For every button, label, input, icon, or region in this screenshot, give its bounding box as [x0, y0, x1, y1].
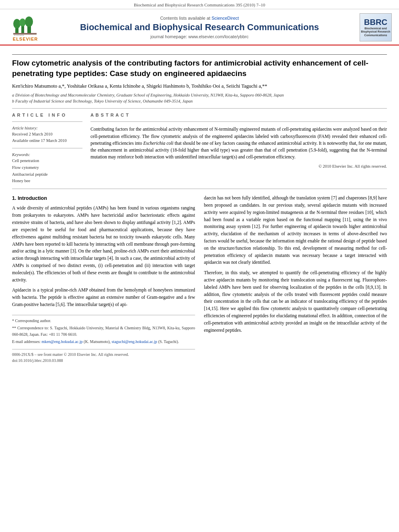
- footer-bottom: 0006-291X/$ – see front matter © 2010 El…: [12, 349, 195, 364]
- banner-center: Contents lists available at ScienceDirec…: [43, 16, 356, 39]
- article-info: A R T I C L E I N F O Article history: R…: [12, 113, 82, 185]
- svg-point-1: [13, 19, 21, 29]
- right-col: daecin has not been fully identified, al…: [204, 195, 387, 364]
- elsevier-tree-icon: ELSEVIER: [13, 14, 37, 36]
- top-rule: [12, 54, 387, 55]
- footnote-star: * Corresponding author.: [12, 318, 195, 324]
- footer-notes: * Corresponding author. ** Correspondenc…: [12, 315, 195, 345]
- left-col: 1. Introduction A wide diversity of anti…: [12, 195, 195, 364]
- email-addresses: E-mail addresses: mken@eng.hokudai.ac.jp…: [12, 339, 195, 345]
- keyword-3: Antibacterial peptide: [12, 171, 82, 178]
- svg-text:ELSEVIER: ELSEVIER: [14, 35, 24, 36]
- journal-title: Biochemical and Biophysical Research Com…: [43, 22, 356, 33]
- footnote-doublestar: ** Correspondence to: S. Taguchi, Hokkai…: [12, 325, 195, 338]
- svg-point-5: [25, 16, 33, 27]
- keyword-4: Honey bee: [12, 178, 82, 185]
- abstract-rule: [90, 121, 387, 122]
- journal-banner: ELSEVIER ELSEVIER Contents lists availab…: [0, 9, 399, 45]
- banner-right: BBRC Biochemical andBiophysical Research…: [356, 13, 392, 41]
- svg-point-3: [19, 18, 26, 27]
- bbrc-subtitle: Biochemical andBiophysical ResearchCommu…: [361, 27, 391, 37]
- article-title: Flow cytometric analysis of the contribu…: [12, 58, 387, 78]
- email-1-name: (K. Matsumoto),: [84, 339, 111, 344]
- intro-para-1: A wide diversity of antimicrobial peptid…: [12, 205, 195, 283]
- received-date: Received 2 March 2010: [12, 131, 82, 138]
- keyword-2: Flow cytometry: [12, 164, 82, 171]
- email-2-name: (S. Taguchi).: [158, 339, 179, 344]
- journal-homepage: journal homepage: www.elsevier.com/locat…: [43, 34, 356, 39]
- sciencedirect-line: Contents lists available at ScienceDirec…: [43, 16, 356, 21]
- keyword-1: Cell penetration: [12, 158, 82, 164]
- info-abstract: A R T I C L E I N F O Article history: R…: [12, 113, 387, 185]
- elsevier-text: ELSEVIER: [13, 37, 38, 41]
- elsevier-logo-area: ELSEVIER ELSEVIER: [7, 14, 43, 41]
- history-label: Article history:: [12, 126, 82, 130]
- authors: Ken'ichiro Matsumoto a,*, Yoshitake Orik…: [12, 82, 387, 90]
- two-col-body: 1. Introduction A wide diversity of anti…: [12, 195, 387, 364]
- info-rule: [12, 121, 82, 122]
- article-body: Flow cytometric analysis of the contribu…: [0, 45, 399, 372]
- affiliation-a: a Division of Biotechnology and Macromol…: [12, 92, 387, 99]
- article-info-heading: A R T I C L E I N F O: [12, 113, 82, 117]
- email-1[interactable]: mken@eng.hokudai.ac.jp: [41, 339, 82, 344]
- bbrc-letters: BBRC: [364, 18, 387, 27]
- info-rule-2: [12, 148, 82, 148]
- intro-para-2: Apidaecin is a typical proline-rich AMP …: [12, 287, 195, 308]
- abstract-text: Contributing factors for the antimicrobi…: [90, 126, 387, 160]
- email-2[interactable]: staguchi@eng.hokudai.ac.jp: [112, 339, 157, 344]
- affiliations: a Division of Biotechnology and Macromol…: [12, 92, 387, 104]
- section-1-title: 1. Introduction: [12, 195, 195, 202]
- copyright-line: © 2010 Elsevier Inc. All rights reserved…: [90, 164, 387, 168]
- sciencedirect-link[interactable]: ScienceDirect: [212, 16, 239, 21]
- keywords-label: Keywords:: [12, 152, 82, 157]
- divider-1: [12, 108, 387, 109]
- page-container: Biochemical and Biophysical Research Com…: [0, 0, 399, 532]
- journal-header: Biochemical and Biophysical Research Com…: [0, 0, 399, 9]
- divider-2: [12, 189, 387, 189]
- abstract-heading: A B S T R A C T: [90, 113, 387, 117]
- author-list: Ken'ichiro Matsumoto a,*, Yoshitake Orik…: [12, 83, 267, 89]
- email-label: E-mail addresses:: [12, 339, 41, 344]
- intro-para-right-2: Therefore, in this study, we attempted t…: [204, 269, 387, 334]
- affiliation-b: b Faculty of Industrial Science and Tech…: [12, 99, 387, 105]
- intro-para-right-1: daecin has not been fully identified, al…: [204, 195, 387, 266]
- footer-doi-text: 0006-291X/$ – see front matter © 2010 El…: [12, 351, 195, 358]
- footer-doi: doi:10.1016/j.bbrc.2010.03.088: [12, 357, 195, 364]
- abstract-section: A B S T R A C T Contributing factors for…: [90, 113, 387, 185]
- journal-citation: Biochemical and Biophysical Research Com…: [134, 2, 265, 7]
- available-date: Available online 17 March 2010: [12, 138, 82, 144]
- bbrc-logo: BBRC Biochemical andBiophysical Research…: [360, 13, 392, 41]
- elsevier-logo: ELSEVIER ELSEVIER: [13, 14, 38, 41]
